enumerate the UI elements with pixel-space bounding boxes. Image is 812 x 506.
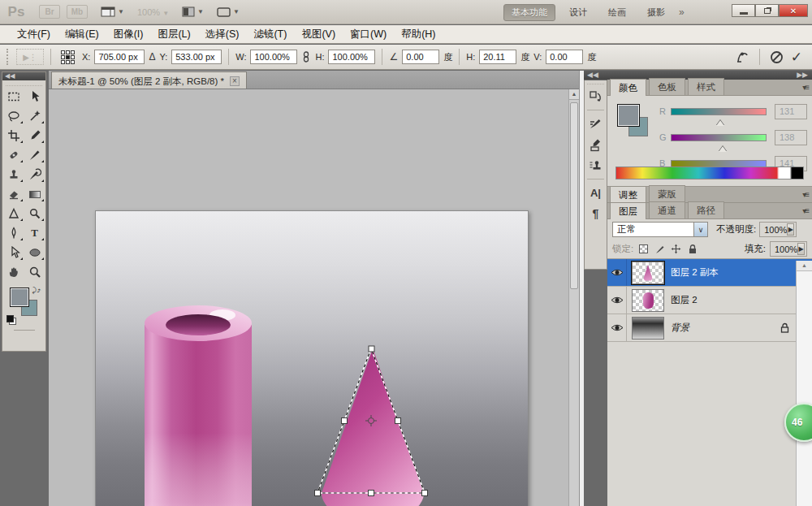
tab-swatches[interactable]: 色板: [649, 78, 685, 95]
default-colors-icon[interactable]: [6, 315, 14, 322]
menu-file[interactable]: 文件(F): [10, 26, 58, 43]
green-slider[interactable]: [671, 134, 767, 141]
tab-masks[interactable]: 蒙版: [649, 185, 685, 202]
red-slider[interactable]: [671, 108, 767, 115]
tools-collapse-button[interactable]: ◀◀: [2, 72, 45, 80]
tab-channels[interactable]: 通道: [649, 201, 685, 218]
quick-mask-button[interactable]: [14, 330, 35, 332]
type-tool[interactable]: T: [24, 223, 45, 243]
screen-mode-button[interactable]: ▼: [217, 7, 240, 17]
layer-row-background[interactable]: 背景: [607, 314, 812, 342]
lock-position-icon[interactable]: [670, 243, 682, 255]
hand-tool[interactable]: [3, 262, 24, 282]
view-extras-button[interactable]: ▼: [182, 6, 204, 17]
dock-collapse-button[interactable]: ◀◀: [584, 71, 607, 80]
menu-view[interactable]: 视图(V): [294, 26, 343, 43]
vertical-scrollbar[interactable]: ▲: [568, 89, 579, 506]
healing-brush-tool[interactable]: [3, 145, 24, 165]
rotate-angle-field[interactable]: 0.00: [402, 50, 439, 64]
gradient-tool[interactable]: [24, 184, 45, 204]
bridge-button[interactable]: Br: [39, 5, 60, 19]
restore-button[interactable]: [755, 4, 779, 17]
mini-bridge-button[interactable]: Mb: [67, 5, 88, 19]
eyedropper-tool[interactable]: [24, 126, 45, 145]
menu-image[interactable]: 图像(I): [106, 26, 151, 43]
scrollbar-thumb[interactable]: [570, 102, 578, 289]
opacity-field[interactable]: 100% ▶: [759, 222, 797, 237]
panel-menu-icon[interactable]: ▾≡: [802, 190, 808, 199]
reference-point-locator[interactable]: [61, 50, 75, 64]
red-value-field[interactable]: 131: [775, 104, 807, 119]
history-brush-tool[interactable]: [24, 165, 45, 184]
height-field[interactable]: 100.00%: [328, 50, 375, 64]
document-tab[interactable]: 未标题-1 @ 50% (图层 2 副本, RGB/8) * ×: [51, 71, 247, 89]
transform-selection-overlay[interactable]: [312, 341, 434, 506]
green-slider-thumb[interactable]: [719, 142, 727, 152]
layer-name[interactable]: 图层 2 副本: [671, 266, 719, 279]
tab-layers[interactable]: 图层: [610, 202, 646, 219]
clone-stamp-tool[interactable]: [3, 165, 24, 184]
lock-all-icon[interactable]: [686, 243, 698, 255]
layer-thumbnail[interactable]: [632, 317, 664, 339]
eraser-tool[interactable]: [3, 184, 24, 204]
lock-transparency-icon[interactable]: [637, 243, 650, 255]
paragraph-panel-icon[interactable]: ¶: [585, 203, 607, 224]
blend-mode-select[interactable]: 正常 ∨: [612, 222, 708, 237]
history-panel-icon[interactable]: [585, 86, 607, 107]
link-dimensions-icon[interactable]: [301, 51, 311, 63]
panel-menu-icon[interactable]: ▾≡: [802, 83, 808, 92]
layout-picker-button[interactable]: ▼: [101, 6, 124, 17]
workspace-essentials[interactable]: 基本功能: [503, 4, 555, 21]
menu-select[interactable]: 选择(S): [198, 26, 247, 43]
tool-preset-picker[interactable]: ▶⋮: [16, 49, 44, 65]
x-position-field[interactable]: 705.00 px: [94, 50, 145, 64]
dodge-tool[interactable]: [24, 204, 45, 223]
layer-row-copy[interactable]: 图层 2 副本: [607, 259, 812, 287]
minimize-button[interactable]: [732, 4, 755, 17]
fill-field[interactable]: 100% ▶: [770, 241, 807, 257]
h-skew-field[interactable]: 20.11: [479, 50, 516, 64]
green-value-field[interactable]: 138: [775, 130, 807, 145]
lasso-tool[interactable]: [3, 106, 24, 126]
zoom-tool[interactable]: [24, 262, 45, 282]
scroll-up-icon[interactable]: ▲: [569, 89, 579, 100]
visibility-toggle[interactable]: [607, 314, 627, 341]
layer-thumbnail[interactable]: [632, 289, 664, 312]
brush-presets-panel-icon[interactable]: [585, 113, 607, 134]
foreground-color-swatch[interactable]: [617, 104, 640, 127]
clone-stamp-panel-icon[interactable]: [585, 155, 607, 176]
brush-tool[interactable]: [24, 145, 45, 165]
document-canvas[interactable]: [95, 210, 529, 506]
workspace-design[interactable]: 设计: [562, 5, 594, 20]
marquee-tool[interactable]: [3, 87, 24, 106]
document-close-icon[interactable]: ×: [230, 76, 240, 86]
menu-layer[interactable]: 图层(L): [150, 26, 197, 43]
panel-menu-icon[interactable]: ▾≡: [802, 206, 808, 215]
menu-edit[interactable]: 编辑(E): [58, 26, 106, 43]
visibility-toggle[interactable]: [607, 259, 627, 286]
tab-adjustments[interactable]: 调整: [610, 186, 646, 203]
layer-name[interactable]: 背景: [671, 322, 689, 334]
switch-warp-mode-icon[interactable]: [736, 51, 749, 63]
tab-paths[interactable]: 路径: [688, 201, 724, 218]
layer-name[interactable]: 图层 2: [671, 294, 698, 306]
close-button[interactable]: ✕: [779, 4, 808, 17]
workspace-photography[interactable]: 摄影: [640, 5, 672, 20]
zoom-level-control[interactable]: 100% ▼: [137, 7, 169, 17]
workspace-painting[interactable]: 绘画: [601, 5, 633, 20]
cancel-transform-icon[interactable]: [770, 50, 784, 64]
commit-transform-icon[interactable]: ✓: [791, 49, 802, 66]
foreground-color-swatch[interactable]: [10, 288, 29, 307]
clone-source-panel-icon[interactable]: [585, 134, 607, 155]
crop-tool[interactable]: [3, 126, 24, 145]
layers-scrollbar[interactable]: ▲: [796, 261, 812, 506]
path-selection-tool[interactable]: [3, 243, 24, 262]
scroll-up-icon[interactable]: ▲: [797, 261, 812, 271]
tab-color[interactable]: 颜色: [610, 79, 646, 96]
color-spectrum-ramp[interactable]: [615, 167, 804, 179]
menu-filter[interactable]: 滤镜(T): [246, 26, 294, 43]
character-panel-icon[interactable]: A|: [585, 182, 607, 203]
width-field[interactable]: 100.00%: [250, 50, 297, 64]
pen-tool[interactable]: [3, 223, 24, 243]
layer-row-2[interactable]: 图层 2: [607, 287, 812, 314]
